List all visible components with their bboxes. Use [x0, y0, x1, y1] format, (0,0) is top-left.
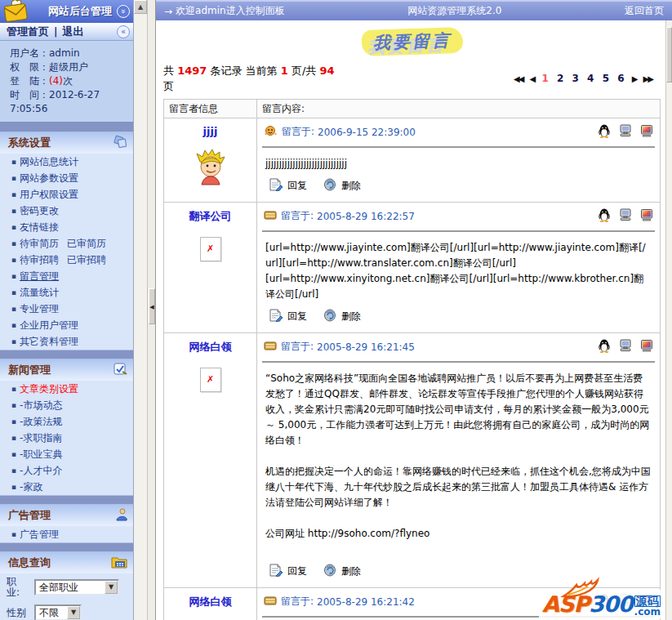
sidebar-item-guestbook: ▪留言管理	[0, 268, 133, 284]
job-filter-row: 职业: 全部职业 ▼	[0, 573, 133, 601]
envelope-icon	[264, 595, 277, 609]
message-head: 留言于: 2006-9-15 22:39:00	[257, 118, 660, 144]
page-link-6[interactable]: 6	[617, 73, 624, 84]
reply-icon[interactable]	[269, 309, 283, 324]
sidebar-item-housekeeping: ▪-家政	[0, 479, 133, 495]
qq-penguin-icon[interactable]	[598, 338, 611, 355]
sidebar-item-links: ▪友情链接	[0, 219, 133, 235]
query-panel: 信息查询 职业: 全部职业 ▼ 性别 不限 ▼	[0, 551, 133, 620]
page-link-4[interactable]: 4	[587, 73, 594, 84]
computer-icon[interactable]	[619, 339, 632, 355]
sidebar-item-policy: ▪-政策法规	[0, 413, 133, 430]
reply-icon[interactable]	[269, 564, 283, 579]
sidebar-item-ads-manage: ▪广告管理	[0, 526, 133, 542]
delete-icon[interactable]	[323, 178, 336, 194]
bullet-icon: ▪	[11, 305, 16, 313]
reply-icon[interactable]	[269, 178, 283, 194]
user-login-row: 登 陆：(4)次	[10, 74, 133, 88]
page-link-3[interactable]: 3	[572, 73, 579, 84]
message-author-cell: 网络白领 ✗	[164, 333, 257, 587]
bullet-icon: ▪	[11, 385, 16, 393]
total-pages: 94	[319, 65, 334, 77]
message-date: 2006-9-15 22:39:00	[318, 127, 416, 138]
qq-penguin-icon[interactable]	[598, 123, 611, 141]
frame-splitter[interactable]: ◀	[147, 0, 156, 620]
splitter-collapse-handle[interactable]: ◀	[149, 288, 155, 324]
delete-link[interactable]: 删除	[341, 310, 361, 323]
watermark-side: 源码 .com	[634, 595, 661, 617]
bullet-icon: ▪	[11, 190, 16, 198]
user-info-panel: 用户名：admin 权 限：超级用户 登 陆：(4)次 时 间：2012-6-2…	[0, 41, 133, 123]
dropdown-arrow-icon[interactable]: ▼	[105, 581, 118, 594]
message-row: 翻译公司 ✗ 留言于: 2005-8-29 16:22:57	[164, 203, 660, 333]
reply-link[interactable]: 回复	[287, 179, 307, 193]
bullet-icon: ▪	[11, 401, 16, 409]
bullet-icon: ▪	[11, 450, 16, 458]
col-header-author: 留言者信息	[164, 100, 257, 118]
main-scrollbar[interactable]	[665, 20, 672, 620]
login-time-value: 7:05:56	[10, 103, 47, 114]
page-title: 我要留言	[361, 27, 463, 56]
login-date-value: 2012-6-27	[49, 89, 100, 100]
main-topbar: → 欢迎admin进入控制面板 网站资源管理系统2.0 返回首页	[156, 0, 672, 20]
guestbook-table: 留言者信息 留言内容: jjjj	[163, 99, 661, 620]
bullet-icon: ▪	[11, 256, 16, 264]
permission-value: 超级用户	[49, 61, 88, 73]
chevron-double-down-icon: «	[118, 9, 129, 14]
reply-link[interactable]: 回复	[287, 564, 307, 578]
user-time-row: 时 间：2012-6-27	[10, 88, 133, 102]
sidebar-logo-title: 网站后台管理	[48, 4, 112, 19]
page-link-5[interactable]: 5	[603, 73, 609, 84]
delete-icon[interactable]	[323, 564, 336, 579]
broken-image-icon: ✗	[200, 368, 221, 392]
message-actions: 回复 删除	[257, 175, 660, 202]
computer-icon[interactable]	[619, 124, 632, 140]
ads-header: 广告管理	[0, 505, 133, 526]
collapse-sidebar-button[interactable]: «	[117, 25, 130, 38]
contact-icons	[598, 123, 653, 141]
gender-select[interactable]: 不限 ▼	[34, 604, 82, 620]
computer-icon[interactable]	[619, 208, 632, 224]
prev-page-button[interactable]: ◀	[530, 74, 535, 83]
delete-link[interactable]: 删除	[341, 179, 361, 193]
monitor-icon[interactable]	[640, 339, 653, 355]
folder-icon	[110, 555, 128, 572]
sidebar-logo-bar: 网站后台管理 «	[0, 0, 133, 23]
flame-icon	[560, 577, 606, 600]
section-title: 信息查询	[8, 555, 110, 570]
broken-image-icon: ✗	[200, 237, 221, 261]
avatar	[164, 149, 256, 189]
col-header-content: 留言内容:	[257, 100, 660, 118]
pagination: ◀◀ ◀ 1 2 3 4 5 6 ▶ ▶▶	[512, 73, 654, 84]
scroll-up-arrow-icon[interactable]: ▲	[134, 0, 147, 14]
last-page-button[interactable]: ▶▶	[643, 74, 652, 83]
envelope-icon	[264, 341, 277, 354]
page-link-2[interactable]: 2	[557, 73, 563, 84]
collapse-panel-button[interactable]: «	[117, 5, 130, 18]
monitor-icon[interactable]	[640, 124, 653, 140]
table-header-row: 留言者信息 留言内容:	[164, 100, 660, 118]
author-name: jjjj	[164, 118, 256, 137]
job-select[interactable]: 全部职业 ▼	[34, 579, 119, 595]
message-author-cell: 翻译公司 ✗	[164, 203, 257, 332]
delete-icon[interactable]	[323, 309, 336, 324]
qq-penguin-icon[interactable]	[598, 207, 611, 225]
bullet-icon: ▪	[11, 483, 16, 491]
monitor-icon[interactable]	[640, 208, 653, 224]
page-link-1[interactable]: 1	[541, 73, 548, 84]
user-perm-row: 权 限：超级用户	[10, 60, 133, 74]
sidebar-item-site-stats: ▪网站信息统计	[0, 154, 133, 170]
back-home-link[interactable]: 返回首页	[625, 4, 664, 18]
reply-link[interactable]: 回复	[287, 310, 307, 323]
section-title: 系统设置	[8, 136, 110, 150]
scrollbar-thumb[interactable]	[666, 27, 672, 83]
logout-link[interactable]: 退出	[62, 25, 83, 39]
system-settings-panel: 系统设置 ▪网站信息统计 ▪网站参数设置 ▪用户权限设置 ▪密码更改 ▪友情链接…	[0, 132, 133, 350]
first-page-button[interactable]: ◀◀	[514, 74, 523, 83]
arrow-icon: →	[164, 6, 172, 17]
delete-link[interactable]: 删除	[341, 564, 361, 578]
dropdown-arrow-icon[interactable]: ▼	[67, 606, 80, 619]
bullet-icon: ▪	[11, 207, 16, 215]
sidebar-scrollbar[interactable]: ▲	[133, 0, 147, 620]
next-page-button[interactable]: ▶	[632, 74, 637, 83]
